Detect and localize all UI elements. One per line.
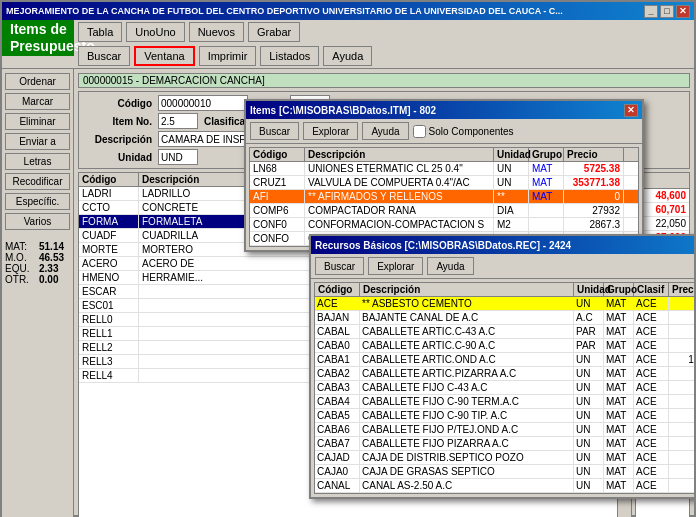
marcar-button[interactable]: Marcar xyxy=(5,93,70,110)
mo-value: 46.53 xyxy=(39,252,64,263)
ayuda-button[interactable]: Ayuda xyxy=(323,46,372,66)
mo-label: M.O. xyxy=(5,252,35,263)
section-title: Items de Presupuesto xyxy=(2,20,74,56)
otr-value: 0.00 xyxy=(39,274,58,285)
title-bar-buttons: _ □ ✕ xyxy=(644,5,690,18)
list-item[interactable]: CANAL CANAL AS-2.50 A.C UN MAT ACE 1488 xyxy=(315,479,694,493)
codigo-label: Código xyxy=(82,98,152,109)
left-sidebar: Ordenar Marcar Eliminar Enviar a Letras … xyxy=(2,69,74,517)
list-item[interactable]: CABA1 CABALLETE ARTIC.OND A.C UN MAT ACE… xyxy=(315,353,694,367)
unidad-field[interactable]: UND xyxy=(158,149,198,165)
recursos-ayuda-button[interactable]: Ayuda xyxy=(427,257,473,275)
recursos-dialog-title-text: Recursos Básicos [C:\MISOBRAS\BDatos.REC… xyxy=(315,240,571,251)
th-codigo: Código xyxy=(79,173,139,186)
items-scrollbar-header xyxy=(624,148,638,161)
items-th-unit: Unidad xyxy=(494,148,529,161)
recursos-table: Código Descripción Unidad Grupo Clasif P… xyxy=(314,282,694,494)
title-bar: MEJORAMIENTO DE LA CANCHA DE FUTBOL DEL … xyxy=(2,2,694,20)
items-table: Código Descripción Unidad Grupo Precio L… xyxy=(249,147,639,247)
list-item[interactable]: CABA2 CABALLETE ARTIC.PIZARRA A.C UN MAT… xyxy=(315,367,694,381)
items-th-precio: Precio xyxy=(564,148,624,161)
listados-button[interactable]: Listados xyxy=(260,46,319,66)
window-title: MEJORAMIENTO DE LA CANCHA DE FUTBOL DEL … xyxy=(6,6,563,16)
list-item[interactable]: CRUZ1 VALVULA DE COMPUERTA 0.4"/AC UN MA… xyxy=(250,176,638,190)
toolbar-row-1: Tabla UnoUno Nuevos Grabar xyxy=(74,20,694,44)
items-dialog: Items [C:\MISOBRAS\BDatos.ITM] - 802 ✕ B… xyxy=(244,99,644,252)
varios-button[interactable]: Varios xyxy=(5,213,70,230)
mat-label: MAT: xyxy=(5,241,35,252)
enviar-a-button[interactable]: Enviar a xyxy=(5,133,70,150)
eliminar-button[interactable]: Eliminar xyxy=(5,113,70,130)
list-item[interactable]: CABA3 CABALLETE FIJO C-43 A.C UN MAT ACE… xyxy=(315,381,694,395)
especific-button[interactable]: Específic. xyxy=(5,193,70,210)
recursos-dialog: Recursos Básicos [C:\MISOBRAS\BDatos.REC… xyxy=(309,234,694,499)
recursos-dialog-title: Recursos Básicos [C:\MISOBRAS\BDatos.REC… xyxy=(311,236,694,254)
items-dialog-close[interactable]: ✕ xyxy=(624,104,638,117)
grabar-button[interactable]: Grabar xyxy=(248,22,300,42)
items-th-grupo: Grupo xyxy=(529,148,564,161)
unidad-label: Unidad xyxy=(82,152,152,163)
unouno-button[interactable]: UnoUno xyxy=(126,22,184,42)
descripcion-label: Descripción xyxy=(82,134,152,145)
main-window: MEJORAMIENTO DE LA CANCHA DE FUTBOL DEL … xyxy=(0,0,696,517)
codigo-value: 000000010 xyxy=(161,98,211,109)
tabla-button[interactable]: Tabla xyxy=(78,22,122,42)
equ-label: EQU. xyxy=(5,263,35,274)
items-buscar-button[interactable]: Buscar xyxy=(250,122,299,140)
maximize-button[interactable]: □ xyxy=(660,5,674,18)
recursos-explorar-button[interactable]: Explorar xyxy=(368,257,423,275)
list-item[interactable]: CABA0 CABALLETE ARTIC.C-90 A.C PAR MAT A… xyxy=(315,339,694,353)
items-explorar-button[interactable]: Explorar xyxy=(303,122,358,140)
list-item[interactable]: CAJA0 CAJA DE GRASAS SEPTICO UN MAT ACE … xyxy=(315,465,694,479)
recodificar-button[interactable]: Recodificar xyxy=(5,173,70,190)
imprimir-button[interactable]: Imprimir xyxy=(199,46,257,66)
items-table-header: Código Descripción Unidad Grupo Precio xyxy=(250,148,638,162)
rec-rows: ACE ** ASBESTO CEMENTO UN MAT ACE BAJAN … xyxy=(315,297,694,493)
list-item[interactable]: COMP6 COMPACTADOR RANA DIA 27932 xyxy=(250,204,638,218)
toolbar-row-2: Buscar Ventana Imprimir Listados Ayuda xyxy=(74,44,694,68)
minimize-button[interactable]: _ xyxy=(644,5,658,18)
items-ayuda-button[interactable]: Ayuda xyxy=(362,122,408,140)
recursos-table-header: Código Descripción Unidad Grupo Clasif P… xyxy=(315,283,694,297)
mat-value: 51.14 xyxy=(39,241,64,252)
rec-th-precio: Precio xyxy=(669,283,694,296)
ventana-button[interactable]: Ventana xyxy=(134,46,194,66)
ordenar-button[interactable]: Ordenar xyxy=(5,73,70,90)
list-item[interactable]: CABAL CABALLETE ARTIC.C-43 A.C PAR MAT A… xyxy=(315,325,694,339)
list-item[interactable]: CAJAD CAJA DE DISTRIB.SEPTICO POZO UN MA… xyxy=(315,451,694,465)
list-item[interactable]: CABA4 CABALLETE FIJO C-90 TERM.A.C UN MA… xyxy=(315,395,694,409)
top-bar: Items de Presupuesto Tabla UnoUno Nuevos… xyxy=(2,20,694,69)
list-item[interactable]: CABA7 CABALLETE FIJO PIZARRA A.C UN MAT … xyxy=(315,437,694,451)
bottom-values: MAT: 51.14 M.O. 46.53 EQU. 2.33 OTR. 0.0… xyxy=(5,241,70,285)
breadcrumb-text: 000000015 - DEMARCACION CANCHA] xyxy=(83,75,265,86)
items-dialog-toolbar: Buscar Explorar Ayuda Solo Componentes xyxy=(246,119,642,144)
recursos-buscar-button[interactable]: Buscar xyxy=(315,257,364,275)
unidad-value: UND xyxy=(161,152,183,163)
breadcrumb: 000000015 - DEMARCACION CANCHA] xyxy=(78,73,690,88)
codigo-field[interactable]: 000000010 xyxy=(158,95,248,111)
nuevos-button[interactable]: Nuevos xyxy=(189,22,244,42)
list-item[interactable]: AFI ** AFIRMADOS Y RELLENOS ** MAT 0 xyxy=(250,190,638,204)
rec-th-clasif: Clasif xyxy=(634,283,669,296)
items-solo-componentes-checkbox[interactable] xyxy=(413,125,426,138)
item-label: Item No. xyxy=(82,116,152,127)
toolbar-right: Tabla UnoUno Nuevos Grabar Buscar Ventan… xyxy=(74,20,694,68)
list-item[interactable]: CABA5 CABALLETE FIJO C-90 TIP. A.C UN MA… xyxy=(315,409,694,423)
rec-th-desc: Descripción xyxy=(360,283,574,296)
list-item[interactable]: LN68 UNIONES ETERMATIC CL 25 0.4" UN MAT… xyxy=(250,162,638,176)
letras-button[interactable]: Letras xyxy=(5,153,70,170)
equ-value: 2.33 xyxy=(39,263,58,274)
list-item[interactable]: CONF0 CONFORMACION-COMPACTACION S M2 286… xyxy=(250,218,638,232)
item-field[interactable]: 2.5 xyxy=(158,113,198,129)
equ-row: EQU. 2.33 xyxy=(5,263,70,274)
list-item[interactable]: ACE ** ASBESTO CEMENTO UN MAT ACE xyxy=(315,297,694,311)
rec-th-codigo: Código xyxy=(315,283,360,296)
list-item[interactable]: BAJAN BAJANTE CANAL DE A.C A.C MAT ACE 2… xyxy=(315,311,694,325)
close-button[interactable]: ✕ xyxy=(676,5,690,18)
item-value: 2.5 xyxy=(161,116,175,127)
items-th-codigo: Código xyxy=(250,148,305,161)
otr-row: OTR. 0.00 xyxy=(5,274,70,285)
buscar-button[interactable]: Buscar xyxy=(78,46,130,66)
items-dialog-title: Items [C:\MISOBRAS\BDatos.ITM] - 802 ✕ xyxy=(246,101,642,119)
list-item[interactable]: CABA6 CABALLETE FIJO P/TEJ.OND A.C UN MA… xyxy=(315,423,694,437)
